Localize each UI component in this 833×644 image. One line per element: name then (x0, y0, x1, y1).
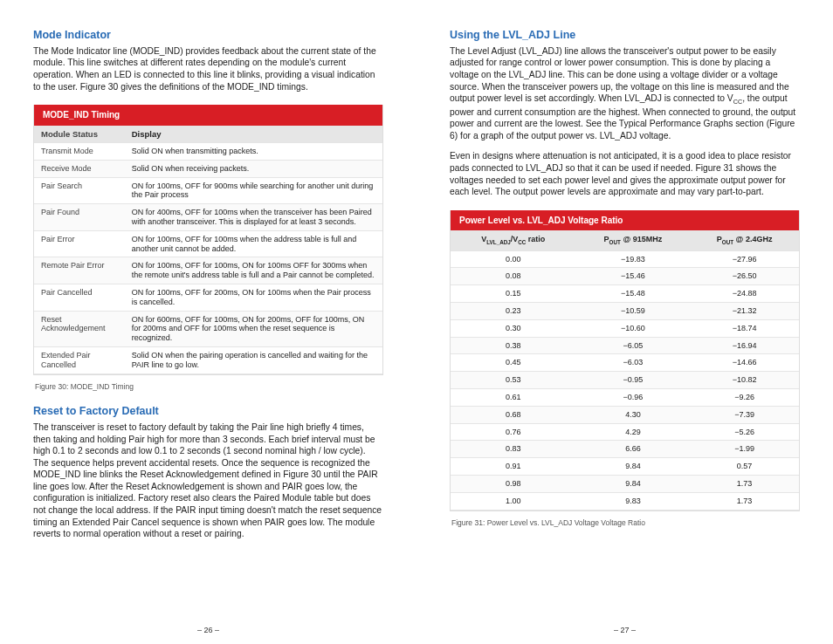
cell-ratio: 0.91 (451, 458, 576, 476)
table-row: 0.30−10.60−18.74 (451, 319, 799, 337)
table-row: Pair FoundON for 400ms, OFF for 100ms wh… (34, 204, 382, 231)
table-row: 0.08−15.46−26.50 (451, 268, 799, 285)
cell-24: −5.26 (690, 423, 799, 441)
table-row: 0.836.66−1.99 (451, 441, 799, 458)
table-row: Pair SearchON for 100ms, OFF for 900ms w… (34, 177, 382, 204)
left-column: Mode Indicator The Mode Indicator line (… (0, 26, 416, 635)
cell-ratio: 0.15 (451, 285, 576, 303)
table-row: 0.61−0.96−9.26 (451, 389, 799, 407)
table-row: 0.45−6.03−14.66 (451, 354, 799, 372)
table-title: Power Level vs. LVL_ADJ Voltage Ratio (451, 210, 799, 231)
cell-24: −14.66 (690, 354, 799, 372)
cell-915: 9.83 (576, 492, 691, 510)
para-lvl-adj-2: Even in designs where attenuation is not… (450, 150, 800, 197)
table-row: 0.989.841.73 (451, 475, 799, 492)
cell-24: −9.26 (690, 389, 799, 407)
cell-status: Receive Mode (34, 160, 125, 177)
cell-24: 0.57 (690, 458, 799, 476)
cell-display: Solid ON when receiving packets. (125, 160, 382, 177)
para-reset: The transceiver is reset to factory defa… (33, 421, 383, 540)
cell-ratio: 0.38 (451, 337, 576, 354)
cell-ratio: 0.23 (451, 303, 576, 320)
table-row: 0.00−19.83−27.96 (451, 250, 799, 268)
table-row: 1.009.831.73 (451, 492, 799, 510)
cell-24: −10.82 (690, 372, 799, 389)
cell-24: −16.94 (690, 337, 799, 354)
heading-lvl-adj: Using the LVL_ADJ Line (450, 28, 800, 43)
heading-reset: Reset to Factory Default (33, 404, 383, 419)
table-row: Pair ErrorON for 100ms, OFF for 100ms wh… (34, 230, 382, 257)
cell-915: −6.03 (576, 354, 691, 372)
cell-24: −1.99 (690, 441, 799, 458)
cell-status: Pair Error (34, 230, 125, 257)
cell-display: ON for 600ms, OFF for 100ms, ON for 200m… (125, 311, 382, 346)
page: Mode Indicator The Mode Indicator line (… (0, 0, 833, 644)
cell-915: 6.66 (576, 441, 691, 458)
cell-24: −26.50 (690, 268, 799, 285)
table-mode-ind: MODE_IND Timing Module StatusDisplay Tra… (33, 105, 383, 374)
cell-ratio: 0.76 (451, 423, 576, 441)
cell-ratio: 0.53 (451, 372, 576, 389)
cell-915: −0.96 (576, 389, 691, 407)
para-mode-indicator: The Mode Indicator line (MODE_IND) provi… (33, 45, 383, 92)
page-number: – 27 – (450, 618, 800, 635)
cell-24: 1.73 (690, 475, 799, 492)
cell-24: −18.74 (690, 319, 799, 337)
col-header: POUT @ 915MHz (576, 230, 691, 250)
cell-ratio: 1.00 (451, 492, 576, 510)
figure-caption: Figure 30: MODE_IND Timing (35, 382, 383, 392)
cell-ratio: 0.83 (451, 441, 576, 458)
cell-status: Pair Cancelled (34, 284, 125, 312)
para-lvl-adj-1: The Level Adjust (LVL_ADJ) line allows t… (450, 45, 800, 142)
table-power-level: Power Level vs. LVL_ADJ Voltage Ratio VL… (450, 210, 800, 511)
cell-status: Pair Search (34, 177, 125, 204)
table-row: Pair CancelledON for 100ms, OFF for 200m… (34, 284, 382, 312)
table-row: 0.684.30−7.39 (451, 406, 799, 423)
table-row: Remote Pair ErrorON for 100ms, OFF for 1… (34, 257, 382, 284)
cell-915: −15.48 (576, 285, 691, 303)
cell-ratio: 0.45 (451, 354, 576, 372)
cell-display: ON for 400ms, OFF for 100ms when the tra… (125, 204, 382, 231)
cell-status: Transmit Mode (34, 143, 125, 161)
table-row: Receive ModeSolid ON when receiving pack… (34, 160, 382, 177)
cell-24: −7.39 (690, 406, 799, 423)
cell-display: ON for 100ms, OFF for 100ms when the add… (125, 230, 382, 257)
cell-24: 1.73 (690, 492, 799, 510)
table-row: 0.53−0.95−10.82 (451, 372, 799, 389)
cell-ratio: 0.30 (451, 319, 576, 337)
cell-915: 4.29 (576, 423, 691, 441)
table-row: 0.38−6.05−16.94 (451, 337, 799, 354)
cell-24: −27.96 (690, 250, 799, 268)
cell-ratio: 0.61 (451, 389, 576, 407)
cell-915: 9.84 (576, 475, 691, 492)
cell-ratio: 0.98 (451, 475, 576, 492)
cell-status: Extended Pair Cancelled (34, 347, 125, 374)
figure-caption: Figure 31: Power Level vs. LVL_ADJ Volta… (451, 518, 800, 528)
table-row: 0.15−15.48−24.88 (451, 285, 799, 303)
table-row: Transmit ModeSolid ON when transmitting … (34, 143, 382, 161)
cell-display: Solid ON when transmitting packets. (125, 143, 382, 161)
col-header: Module Status (34, 126, 125, 143)
col-header: POUT @ 2.4GHz (690, 230, 799, 250)
cell-status: Remote Pair Error (34, 257, 125, 284)
table-row: Extended Pair CancelledSolid ON when the… (34, 347, 382, 374)
cell-915: 9.84 (576, 458, 691, 476)
col-header: Display (125, 126, 382, 143)
cell-915: −0.95 (576, 372, 691, 389)
cell-status: Reset Acknowledgement (34, 311, 125, 346)
cell-display: ON for 100ms, OFF for 200ms, ON for 100m… (125, 284, 382, 312)
page-number: – 26 – (33, 618, 383, 635)
cell-display: ON for 100ms, OFF for 100ms, ON for 100m… (125, 257, 382, 284)
cell-display: Solid ON when the pairing operation is c… (125, 347, 382, 374)
table-row: 0.919.840.57 (451, 458, 799, 476)
cell-24: −21.32 (690, 303, 799, 320)
cell-24: −24.88 (690, 285, 799, 303)
heading-mode-indicator: Mode Indicator (33, 28, 383, 43)
cell-915: −6.05 (576, 337, 691, 354)
cell-display: ON for 100ms, OFF for 900ms while search… (125, 177, 382, 204)
right-column: Using the LVL_ADJ Line The Level Adjust … (416, 26, 833, 635)
cell-ratio: 0.00 (451, 250, 576, 268)
table-title: MODE_IND Timing (34, 105, 382, 126)
table-row: Reset AcknowledgementON for 600ms, OFF f… (34, 311, 382, 346)
cell-ratio: 0.68 (451, 406, 576, 423)
